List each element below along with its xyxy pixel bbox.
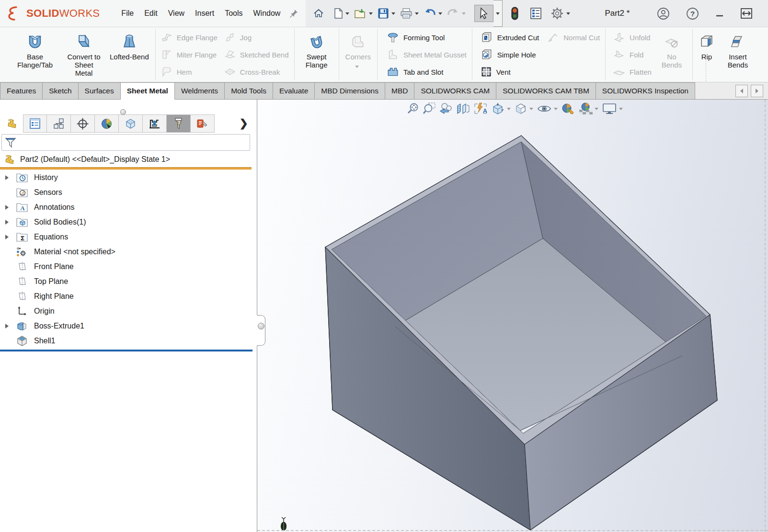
tab-scroll-left-button[interactable]: [735, 85, 748, 97]
save-button[interactable]: [377, 6, 390, 21]
sheet-metal-gusset-button[interactable]: Sheet Metal Gusset: [384, 46, 469, 63]
inspection-tab[interactable]: [191, 114, 215, 133]
help-button[interactable]: ?: [685, 6, 700, 22]
normal-cut-button[interactable]: Normal Cut: [544, 29, 602, 46]
flatten-button[interactable]: Flatten: [610, 63, 654, 80]
tab-sketch[interactable]: Sketch: [43, 82, 78, 100]
open-button[interactable]: [353, 6, 367, 21]
menu-view[interactable]: View: [163, 6, 190, 21]
menu-edit[interactable]: Edit: [139, 6, 163, 21]
user-account-button[interactable]: [656, 6, 671, 22]
expander-icon[interactable]: [5, 323, 11, 329]
rollback-bar[interactable]: [0, 350, 252, 351]
swept-flange-button[interactable]: Swept Flange: [298, 29, 336, 80]
no-bends-button[interactable]: No Bends: [654, 29, 689, 80]
unfold-button[interactable]: Unfold: [610, 29, 654, 46]
task-pane-edge[interactable]: [765, 100, 766, 532]
tab-sheet-metal[interactable]: Sheet Metal: [121, 82, 175, 100]
print-button[interactable]: [399, 6, 413, 21]
miter-flange-button[interactable]: Miter Flange: [159, 46, 220, 63]
panel-splitter[interactable]: [257, 315, 265, 346]
tab-mbd-dimensions[interactable]: MBD Dimensions: [315, 82, 385, 100]
expander-icon[interactable]: [5, 234, 11, 240]
new-document-caret[interactable]: [345, 12, 349, 15]
configurationmanager-tab[interactable]: [47, 114, 71, 133]
minimize-button[interactable]: [714, 7, 725, 20]
menu-insert[interactable]: Insert: [190, 6, 219, 21]
fold-button[interactable]: Fold: [610, 46, 654, 63]
open-caret[interactable]: [369, 12, 373, 15]
tree-filter-box[interactable]: [1, 134, 250, 151]
tree-item-solid-bodies[interactable]: Solid Bodies(1): [0, 215, 257, 229]
jog-button[interactable]: Jog: [222, 29, 291, 46]
tab-solidworks-cam[interactable]: SOLIDWORKS CAM: [414, 82, 496, 100]
tab-scroll-right-button[interactable]: [751, 85, 763, 97]
extruded-cut-button[interactable]: Extruded Cut: [478, 29, 542, 46]
insert-bends-button[interactable]: Insert Bends: [718, 29, 758, 80]
new-document-button[interactable]: [332, 6, 344, 21]
tab-evaluate[interactable]: Evaluate: [273, 82, 315, 100]
expander-icon[interactable]: [5, 175, 11, 181]
menu-window[interactable]: Window: [248, 6, 286, 21]
forming-tool-button[interactable]: Forming Tool: [384, 29, 469, 46]
select-tool-button[interactable]: [474, 5, 493, 22]
options-button[interactable]: [550, 5, 565, 22]
options-caret[interactable]: [566, 12, 570, 15]
tree-item-sensors[interactable]: Sensors: [0, 185, 257, 200]
sketched-bend-button[interactable]: Sketched Bend: [222, 46, 291, 63]
rip-button[interactable]: Rip: [696, 29, 718, 80]
cam-feature-tree-tab[interactable]: [119, 114, 143, 133]
graphics-viewport[interactable]: A: [257, 100, 768, 532]
tab-solidworks-cam-tbm[interactable]: SOLIDWORKS CAM TBM: [496, 82, 596, 100]
print-caret[interactable]: [415, 12, 419, 15]
tab-and-slot-button[interactable]: Tab and Slot: [384, 63, 469, 80]
tree-item-annotations[interactable]: A Annotations: [0, 200, 257, 215]
tree-item-boss-extrude1[interactable]: Boss-Extrude1: [0, 318, 257, 333]
home-button[interactable]: [311, 6, 326, 21]
tree-item-shell1[interactable]: Shell1: [0, 333, 257, 348]
menu-tools[interactable]: Tools: [219, 6, 248, 21]
tab-mold-tools[interactable]: Mold Tools: [225, 82, 273, 100]
base-flange-button[interactable]: Base Flange/Tab: [9, 29, 61, 80]
save-caret[interactable]: [391, 12, 395, 15]
featuremanager-tree-tab[interactable]: [1, 114, 23, 133]
undo-caret[interactable]: [438, 12, 442, 15]
cam-operation-tree-tab[interactable]: [143, 114, 167, 133]
redo-caret[interactable]: [462, 12, 466, 15]
displaymanager-tab[interactable]: [95, 114, 119, 133]
panel-splitter-handle[interactable]: [258, 323, 264, 329]
simple-hole-button[interactable]: Simple Hole: [478, 46, 542, 63]
undo-button[interactable]: [423, 6, 437, 21]
cam-tools-tab[interactable]: [167, 114, 191, 133]
tree-item-history[interactable]: History: [0, 170, 257, 185]
task-list-button[interactable]: [529, 6, 543, 21]
hem-button[interactable]: Hem: [159, 63, 220, 80]
convert-to-sheet-metal-button[interactable]: Convert to Sheet Metal: [61, 29, 106, 80]
propertymanager-tab[interactable]: [23, 114, 47, 133]
tree-item-top-plane[interactable]: Top Plane: [0, 274, 257, 289]
tree-item-right-plane[interactable]: Right Plane: [0, 289, 257, 304]
expander-icon[interactable]: [5, 204, 11, 210]
lofted-bend-button[interactable]: Lofted-Bend: [106, 29, 152, 80]
dimxpertmanager-tab[interactable]: [71, 114, 95, 133]
menu-file[interactable]: File: [116, 6, 139, 21]
panel-expand-chevron[interactable]: ❯: [240, 114, 248, 133]
tab-surfaces[interactable]: Surfaces: [79, 82, 121, 100]
corners-caret[interactable]: [355, 66, 359, 68]
redo-button[interactable]: [446, 6, 460, 21]
tab-weldments[interactable]: Weldments: [175, 82, 225, 100]
select-tool-caret[interactable]: [493, 0, 503, 27]
corners-button[interactable]: Corners: [342, 29, 374, 80]
panel-collapse-handle[interactable]: [120, 109, 126, 115]
model-shelled-box[interactable]: [257, 100, 768, 532]
tab-mbd[interactable]: MBD: [385, 82, 414, 100]
resize-window-button[interactable]: [739, 6, 754, 21]
expander-icon[interactable]: [5, 219, 11, 225]
tree-root-part[interactable]: Part2 (Default) <<Default>_Display State…: [0, 152, 257, 167]
tree-item-origin[interactable]: Origin: [0, 304, 257, 318]
tree-item-front-plane[interactable]: Front Plane: [0, 259, 257, 274]
edge-flange-button[interactable]: Edge Flange: [159, 29, 220, 46]
tab-features[interactable]: Features: [0, 82, 43, 100]
cross-break-button[interactable]: Cross-Break: [222, 63, 291, 80]
tab-solidworks-inspection[interactable]: SOLIDWORKS Inspection: [596, 82, 695, 100]
